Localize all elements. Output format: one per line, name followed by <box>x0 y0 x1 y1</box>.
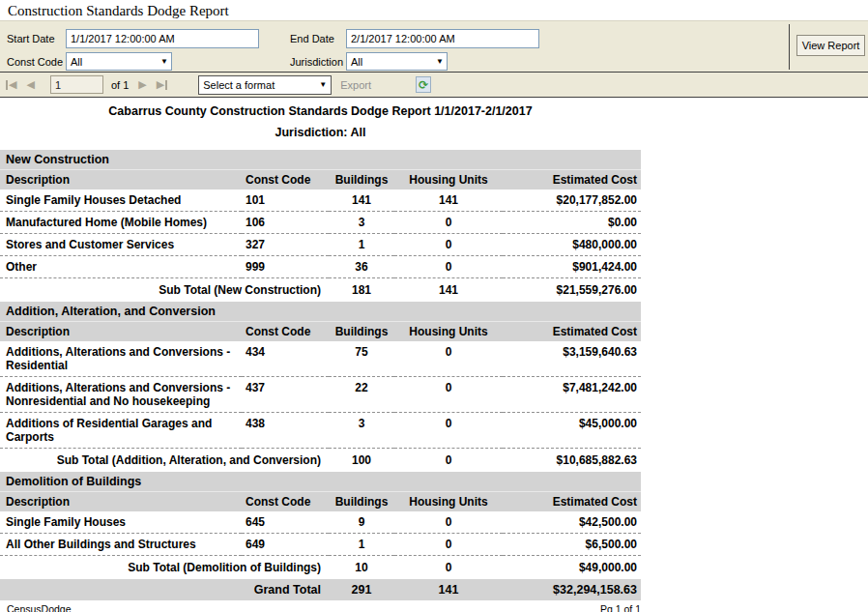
chevron-down-icon: ▼ <box>319 81 327 89</box>
column-header: Housing Units <box>394 492 503 512</box>
column-header-row: DescriptionConst CodeBuildingsHousing Un… <box>0 492 641 512</box>
cell-description: Additions, Alterations and Conversions -… <box>0 341 242 377</box>
column-header: Estimated Cost <box>503 170 641 190</box>
cell-estimated_cost: $7,481,242.00 <box>503 377 641 413</box>
refresh-icon: ⟳ <box>419 79 428 91</box>
cell-buildings: 36 <box>329 256 394 278</box>
cell-buildings: 1 <box>329 534 394 556</box>
subtotal-housing-units: 141 <box>394 278 503 303</box>
report-footer: CensusDodge Pg 1 of 1 <box>0 603 641 612</box>
const-code-select[interactable]: All ▼ <box>66 52 172 71</box>
view-report-button[interactable]: View Report <box>796 35 865 56</box>
next-page-button[interactable]: ▶ <box>138 79 146 90</box>
cell-const_code: 649 <box>242 534 329 556</box>
page-indicator-label: Pg 1 of 1 <box>600 603 641 612</box>
cell-housing_units: 0 <box>394 212 503 234</box>
subtotal-estimated-cost: $49,000.00 <box>503 556 641 580</box>
cell-const_code: 437 <box>242 377 329 413</box>
table-row: Stores and Customer Services32710$480,00… <box>0 234 641 256</box>
cell-buildings: 9 <box>329 511 394 534</box>
cell-housing_units: 0 <box>394 256 503 278</box>
cell-estimated_cost: $0.00 <box>503 212 641 234</box>
cell-description: All Other Buildings and Structures <box>0 534 242 556</box>
end-date-input[interactable] <box>346 29 539 48</box>
cell-housing_units: 0 <box>394 341 503 377</box>
next-page-icon: ▶ <box>138 79 146 90</box>
grand-total-row: Grand Total291141$32,294,158.63 <box>0 579 641 600</box>
subtotal-row: Sub Total (New Construction)181141$21,55… <box>0 278 641 303</box>
cell-estimated_cost: $901,424.00 <box>503 256 641 278</box>
cell-housing_units: 0 <box>394 377 503 413</box>
start-date-input[interactable] <box>66 29 259 48</box>
column-header: Description <box>0 492 242 512</box>
cell-estimated_cost: $42,500.00 <box>503 511 641 534</box>
subtotal-row: Sub Total (Demolition of Buildings)100$4… <box>0 556 641 580</box>
cell-buildings: 141 <box>329 189 394 212</box>
section-header-row: Addition, Alteration, and Conversion <box>0 302 641 322</box>
column-header: Description <box>0 170 242 190</box>
table-row: Single Family Houses Detached101141141$2… <box>0 189 641 212</box>
first-page-button[interactable]: ◀ <box>6 79 16 90</box>
jurisdiction-label: Jurisdiction <box>290 56 343 68</box>
column-header: Const Code <box>242 170 329 190</box>
grand-total-buildings: 291 <box>329 579 394 600</box>
cell-description: Single Family Houses <box>0 511 242 534</box>
last-page-button[interactable]: ▶ <box>157 79 167 90</box>
jurisdiction-select[interactable]: All ▼ <box>346 52 448 71</box>
column-header: Buildings <box>329 492 394 512</box>
page-number-input[interactable] <box>50 75 103 94</box>
end-date-label: End Date <box>290 33 334 44</box>
column-header: Housing Units <box>394 322 503 342</box>
chevron-down-icon: ▼ <box>436 58 444 66</box>
report-body: Cabarrus County Construction Standards D… <box>0 98 641 612</box>
export-link[interactable]: Export <box>340 79 371 91</box>
report-table-body: New ConstructionDescriptionConst CodeBui… <box>0 150 641 600</box>
table-row: Additions, Alterations and Conversions -… <box>0 377 641 413</box>
column-header-row: DescriptionConst CodeBuildingsHousing Un… <box>0 170 641 190</box>
cell-description: Single Family Houses Detached <box>0 189 242 212</box>
cell-estimated_cost: $45,000.00 <box>503 413 641 449</box>
report-toolbar: ◀ ◀ of 1 ▶ ▶ Select a format ▼ Export ⟳ <box>0 73 868 98</box>
subtotal-label: Sub Total (Addition, Alteration, and Con… <box>0 449 329 473</box>
cell-housing_units: 141 <box>394 189 503 212</box>
parameter-panel: Start Date End Date Const Code All ▼ Jur… <box>0 20 868 73</box>
subtotal-label: Sub Total (New Construction) <box>0 278 329 303</box>
report-title: Cabarrus County Construction Standards D… <box>0 104 641 118</box>
cell-const_code: 434 <box>242 341 329 377</box>
column-header: Buildings <box>329 170 394 190</box>
cell-buildings: 1 <box>329 234 394 256</box>
report-subtitle: Jurisdiction: All <box>0 126 641 139</box>
cell-estimated_cost: $20,177,852.00 <box>503 189 641 212</box>
cell-estimated_cost: $3,159,640.63 <box>503 341 641 377</box>
cell-buildings: 3 <box>329 212 394 234</box>
previous-page-button[interactable]: ◀ <box>26 79 34 90</box>
export-format-select[interactable]: Select a format ▼ <box>198 75 332 95</box>
cell-buildings: 75 <box>329 341 394 377</box>
column-header: Const Code <box>242 322 329 342</box>
cell-const_code: 106 <box>242 212 329 234</box>
grand-total-housing-units: 141 <box>394 579 503 600</box>
cell-housing_units: 0 <box>394 511 503 534</box>
subtotal-estimated-cost: $21,559,276.00 <box>503 278 641 303</box>
const-code-label: Const Code <box>7 56 63 68</box>
grand-total-estimated-cost: $32,294,158.63 <box>503 579 641 600</box>
previous-page-icon: ◀ <box>26 79 34 90</box>
subtotal-estimated-cost: $10,685,882.63 <box>503 449 641 473</box>
cell-housing_units: 0 <box>394 534 503 556</box>
subtotal-buildings: 181 <box>329 278 394 303</box>
table-row: Single Family Houses64590$42,500.00 <box>0 511 641 534</box>
table-row: Additions, Alterations and Conversions -… <box>0 341 641 377</box>
chevron-down-icon: ▼ <box>160 58 168 66</box>
table-row: Additions of Residential Garages and Car… <box>0 413 641 449</box>
grand-total-label: Grand Total <box>0 579 329 600</box>
cell-const_code: 999 <box>242 256 329 278</box>
page-count-label: of 1 <box>111 79 129 91</box>
column-header-row: DescriptionConst CodeBuildingsHousing Un… <box>0 322 641 342</box>
subtotal-housing-units: 0 <box>394 556 503 580</box>
jurisdiction-selected-value: All <box>351 56 362 68</box>
cell-description: Other <box>0 256 242 278</box>
cell-const_code: 327 <box>242 234 329 256</box>
refresh-button[interactable]: ⟳ <box>416 76 431 93</box>
column-header: Description <box>0 322 242 342</box>
cell-const_code: 101 <box>242 189 329 212</box>
